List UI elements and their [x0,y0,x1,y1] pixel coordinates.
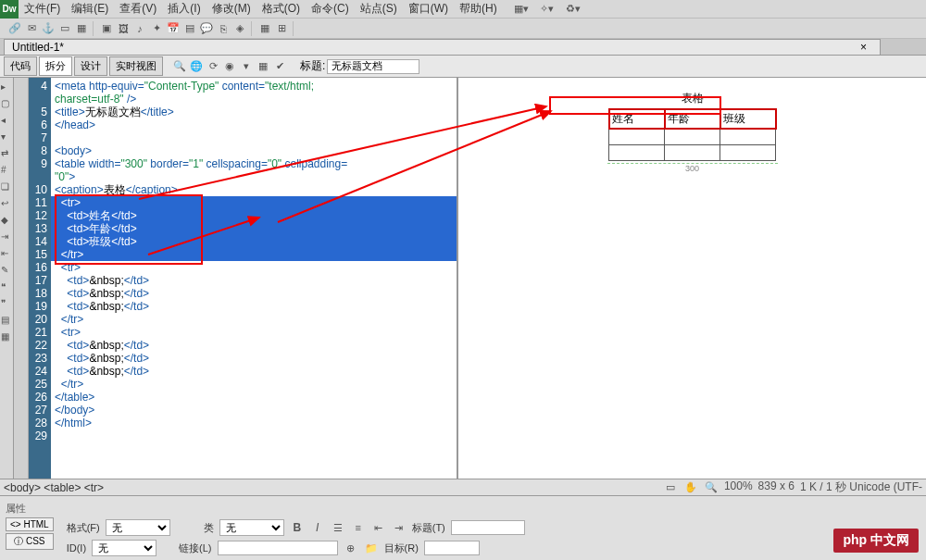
table-cell[interactable] [609,145,665,161]
templates-icon[interactable]: ▦ [257,21,272,36]
select-tool-icon[interactable]: ▭ [663,479,678,494]
email-icon[interactable]: ✉ [24,21,39,36]
refresh-icon[interactable]: ⟳ [206,59,220,74]
zoom-tool-icon[interactable]: 🔍 [704,479,719,494]
globe-icon[interactable]: 🌐 [189,59,204,74]
outdent-text-icon[interactable]: ⇤ [371,520,386,535]
menu-format[interactable]: 格式(O) [257,1,306,17]
table-row[interactable]: 姓名 年龄 班级 [609,109,776,129]
dreamweaver-logo-icon: Dw [0,0,19,19]
tab-close-icon[interactable]: × [860,41,872,54]
document-title-input[interactable] [327,59,419,74]
view-live-button[interactable]: 实时视图 [109,56,163,76]
code-editor[interactable]: <meta http-equiv="Content-Type" content=… [51,78,457,479]
id-select[interactable]: 无 [92,540,156,556]
ol-icon[interactable]: ≡ [351,520,366,535]
layout-icon[interactable]: ▦▾ [514,2,529,17]
open-docs-icon[interactable]: ▢ [1,98,12,109]
indent-text-icon[interactable]: ⇥ [392,520,407,535]
view-design-button[interactable]: 设计 [74,56,107,76]
zoom-level[interactable]: 100% [724,479,753,495]
menu-commands[interactable]: 命令(C) [306,1,355,17]
collapse-icon[interactable]: ▸ [1,81,12,93]
preview-table[interactable]: 表格 姓名 年龄 班级 [608,89,777,161]
menu-help[interactable]: 帮助(H) [454,1,503,17]
media-icon[interactable]: ♪ [132,21,147,36]
image-icon[interactable]: 🖼 [116,21,131,36]
table-header-cell[interactable]: 年龄 [665,109,720,129]
title-attr-input[interactable] [451,520,525,535]
menu-site[interactable]: 站点(S) [355,1,403,17]
link-input[interactable] [218,541,338,555]
props-css-tab[interactable]: ⓘ CSS [6,533,54,550]
nav-icon[interactable]: ◉ [222,59,237,74]
view-code-button[interactable]: 代码 [4,56,37,76]
options-icon[interactable]: ▾ [239,59,254,74]
balance-icon[interactable]: ⇄ [1,148,12,159]
head-icon[interactable]: ⎘ [216,21,231,36]
check-icon[interactable]: ✔ [272,59,287,74]
syntax-icon[interactable]: ◆ [1,215,12,226]
format-icon[interactable]: ✎ [1,265,12,276]
indent-icon[interactable]: ⇥ [1,231,12,243]
remove-comment-icon[interactable]: ❞ [1,298,12,309]
file-info: 1 K / 1 秒 Unicode (UTF- [800,479,922,495]
id-label: ID(I) [67,542,86,554]
hyperlink-icon[interactable]: 🔗 [7,21,22,36]
hr-icon[interactable]: ▭ [57,21,72,36]
viewport-dims: 839 x 6 [758,479,795,495]
browse-icon[interactable]: 📁 [364,541,379,555]
format-select[interactable]: 无 [106,519,170,536]
move-css-icon[interactable]: ▦ [1,331,12,342]
line-num-icon[interactable]: # [1,165,12,176]
server-icon[interactable]: ▤ [182,21,197,36]
props-html-tab[interactable]: <> HTML [6,517,54,531]
design-preview-pane[interactable]: 表格 姓名 年龄 班级 300 [458,78,926,479]
target-input[interactable] [424,541,480,555]
div-icon[interactable]: ▣ [99,21,114,36]
document-tab[interactable]: Untitled-1* × [4,39,881,55]
menu-window[interactable]: 窗口(W) [403,1,454,17]
hand-tool-icon[interactable]: ✋ [683,479,698,494]
table-cell[interactable] [665,145,720,161]
table-cell[interactable] [609,129,665,145]
highlight-icon[interactable]: ❏ [1,181,12,193]
outdent-icon[interactable]: ⇤ [1,248,12,259]
view-split-button[interactable]: 拆分 [39,56,72,76]
code-pane[interactable]: 4567891011121314151617181920212223242526… [14,78,458,479]
comment-icon[interactable]: 💬 [199,21,214,36]
table-row[interactable] [609,129,776,145]
select-tag-icon[interactable]: ▾ [1,131,12,143]
anchor-icon[interactable]: ⚓ [41,21,56,36]
menu-modify[interactable]: 修改(M) [206,1,257,17]
table-header-cell[interactable]: 班级 [720,109,776,129]
menu-file[interactable]: 文件(F) [19,1,66,17]
class-select[interactable]: 无 [219,519,284,536]
widget-icon[interactable]: ✦ [149,21,164,36]
date-icon[interactable]: 📅 [166,21,181,36]
menu-view[interactable]: 查看(V) [114,1,162,17]
tag-selector-path[interactable]: <body> <table> <tr> [4,481,104,494]
ul-icon[interactable]: ☰ [331,520,345,535]
extend-icon[interactable]: ✧▾ [540,2,555,17]
script-icon[interactable]: ◈ [232,21,247,36]
bold-icon[interactable]: B [290,520,305,535]
table-cell[interactable] [720,145,776,161]
wrap-icon[interactable]: ↩ [1,198,12,209]
visual-aids-icon[interactable]: ▦ [256,59,270,74]
italic-icon[interactable]: I [310,520,325,535]
table-cell[interactable] [720,129,776,145]
tag-icon[interactable]: ⊞ [274,21,289,36]
table-icon[interactable]: ▦ [74,21,89,36]
parent-tag-icon[interactable]: ◂ [1,115,12,126]
table-cell[interactable] [665,129,720,145]
point-to-file-icon[interactable]: ⊕ [344,541,358,555]
apply-comment-icon[interactable]: ❝ [1,281,12,292]
table-header-cell[interactable]: 姓名 [609,109,665,129]
inspect-icon[interactable]: 🔍 [172,59,187,74]
sync-icon[interactable]: ♻▾ [566,2,581,17]
menu-insert[interactable]: 插入(I) [162,1,206,17]
recent-snippets-icon[interactable]: ▤ [1,315,12,326]
menu-edit[interactable]: 编辑(E) [66,1,114,17]
table-row[interactable] [609,145,776,161]
